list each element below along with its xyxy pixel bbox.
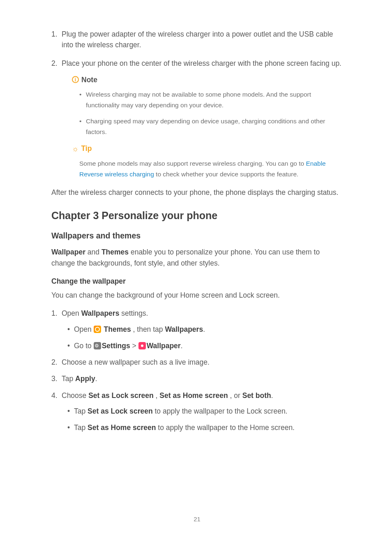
wallpaper-app-icon (138, 342, 146, 349)
note-label: Note (81, 74, 97, 85)
paragraph: You can change the background of your Ho… (51, 290, 343, 301)
note-callout: Note Wireless charging may not be availa… (72, 74, 343, 138)
tip-header: ☼ Tip (72, 143, 343, 154)
step-text: Place your phone on the center of the wi… (62, 59, 341, 67)
step-text: Plug the power adapter of the wireless c… (62, 30, 333, 49)
note-item: Wireless charging may not be available t… (79, 89, 343, 111)
sub-bullets: Open Themes , then tap Wallpapers. Go to… (62, 324, 343, 352)
tip-callout: ☼ Tip Some phone models may also support… (72, 143, 343, 180)
bullet-item: Tap Set as Home screen to apply the wall… (62, 422, 343, 433)
step-item: 1.Plug the power adapter of the wireless… (51, 29, 343, 51)
tip-label: Tip (81, 143, 92, 154)
paragraph: After the wireless charger connects to y… (51, 187, 343, 198)
bullet-item: Open Themes , then tap Wallpapers. (62, 324, 343, 335)
lightbulb-icon: ☼ (72, 145, 79, 153)
note-header: Note (72, 74, 343, 85)
step-item: 2.Place your phone on the center of the … (51, 58, 343, 180)
step-item: 1. Open Wallpapers settings. Open Themes… (51, 308, 343, 351)
bullet-item: Tap Set as Lock screen to apply the wall… (62, 406, 343, 416)
page-number: 21 (51, 515, 343, 524)
step-item: 2.Choose a new wallpaper such as a live … (51, 357, 343, 368)
info-icon (72, 76, 79, 83)
step-item: 4. Choose Set as Lock screen , Set as Ho… (51, 390, 343, 433)
numbered-steps-main: 1. Open Wallpapers settings. Open Themes… (51, 308, 343, 433)
note-item: Charging speed may vary depending on dev… (79, 116, 343, 138)
bullet-item: Go to Settings > Wallpaper. (62, 340, 343, 351)
section-intro: Wallpaper and Themes enable you to perso… (51, 247, 343, 268)
note-list: Wireless charging may not be available t… (72, 89, 343, 137)
tip-text-post: to check whether your device supports th… (154, 171, 299, 178)
settings-app-icon (94, 342, 101, 349)
tip-text-pre: Some phone models may also support rever… (79, 160, 306, 167)
sub-bullets: Tap Set as Lock screen to apply the wall… (62, 406, 343, 433)
step-item: 3. Tap Apply. (51, 373, 343, 384)
themes-app-icon (94, 326, 101, 333)
bold-text: Themes (101, 248, 129, 256)
bold-text: Wallpaper (51, 248, 85, 256)
chapter-heading: Chapter 3 Personalize your phone (51, 208, 343, 224)
tip-body: Some phone models may also support rever… (72, 158, 343, 180)
subheading: Change the wallpaper (51, 276, 343, 287)
section-heading: Wallpapers and themes (51, 230, 343, 242)
numbered-steps-top: 1.Plug the power adapter of the wireless… (51, 29, 343, 180)
